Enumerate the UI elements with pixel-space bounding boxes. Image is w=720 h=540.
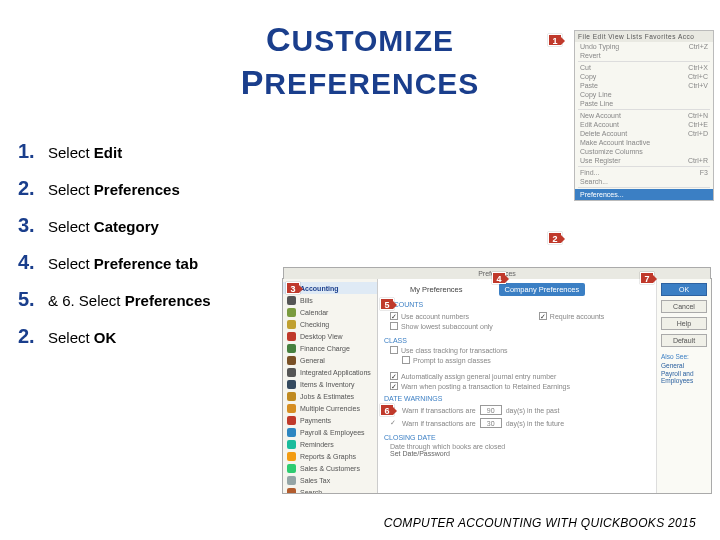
category-item[interactable]: General [283,354,377,366]
category-item[interactable]: Sales & Customers [283,462,377,474]
prefs-right-buttons: OK Cancel Help Default Also See: General… [656,279,711,493]
prefs-main-panel: My Preferences Company Preferences ACCOU… [378,279,656,493]
step-row: 4. Select Preference tab [18,251,318,274]
callout-7: 7 [640,272,654,284]
category-item[interactable]: Finance Charge [283,342,377,354]
category-item[interactable]: Payroll & Employees [283,426,377,438]
callout-3: 3 [286,282,300,294]
category-item[interactable]: Integrated Applications [283,366,377,378]
section-accounts: ACCOUNTS [384,301,650,308]
default-button[interactable]: Default [661,334,707,347]
menubar: File Edit View Lists Favorites Acco [575,31,713,42]
edit-menu-preferences-highlight: Preferences... [575,189,713,200]
section-class: CLASS [384,337,650,344]
help-button[interactable]: Help [661,317,707,330]
preferences-dialog: Preferences Accounting Bills Calendar Ch… [282,278,712,494]
category-item[interactable]: Checking [283,318,377,330]
step-row: 3. Select Category [18,214,318,237]
category-item[interactable]: Items & Inventory [283,378,377,390]
category-item[interactable]: Jobs & Estimates [283,390,377,402]
category-item[interactable]: Sales Tax [283,474,377,486]
category-item[interactable]: Bills [283,294,377,306]
category-item[interactable]: Reports & Graphs [283,450,377,462]
category-item[interactable]: Multiple Currencies [283,402,377,414]
section-datewarn: DATE WARNINGS [384,395,650,402]
callout-2: 2 [548,232,562,244]
callout-6: 6 [380,404,394,416]
step-row: 2. Select OK [18,325,318,348]
ok-button[interactable]: OK [661,283,707,296]
callout-4: 4 [492,272,506,284]
category-item[interactable]: Calendar [283,306,377,318]
prefs-category-list: Accounting Bills Calendar Checking Deskt… [283,279,378,493]
category-item[interactable]: Search [283,486,377,493]
edit-menu-screenshot: File Edit View Lists Favorites Acco Undo… [574,30,714,201]
step-row: 1. Select Edit [18,140,318,163]
category-item[interactable]: Reminders [283,438,377,450]
cancel-button[interactable]: Cancel [661,300,707,313]
section-closing: CLOSING DATE [384,434,650,441]
category-item[interactable]: Payments [283,414,377,426]
category-item[interactable]: Desktop View [283,330,377,342]
callout-1: 1 [548,34,562,46]
prefs-tabs: My Preferences Company Preferences [384,283,650,296]
callout-5: 5 [380,298,394,310]
step-row: 5. & 6. Select Preferences [18,288,318,311]
step-row: 2. Select Preferences [18,177,318,200]
tab-company-preferences[interactable]: Company Preferences [499,283,586,296]
footer-attribution: COMPUTER ACCOUNTING WITH QUICKBOOKS 2015 [384,516,696,530]
steps-list: 1. Select Edit 2. Select Preferences 3. … [18,140,318,362]
tab-my-preferences[interactable]: My Preferences [404,283,469,296]
set-date-password-button[interactable]: Set Date/Password [390,450,650,457]
